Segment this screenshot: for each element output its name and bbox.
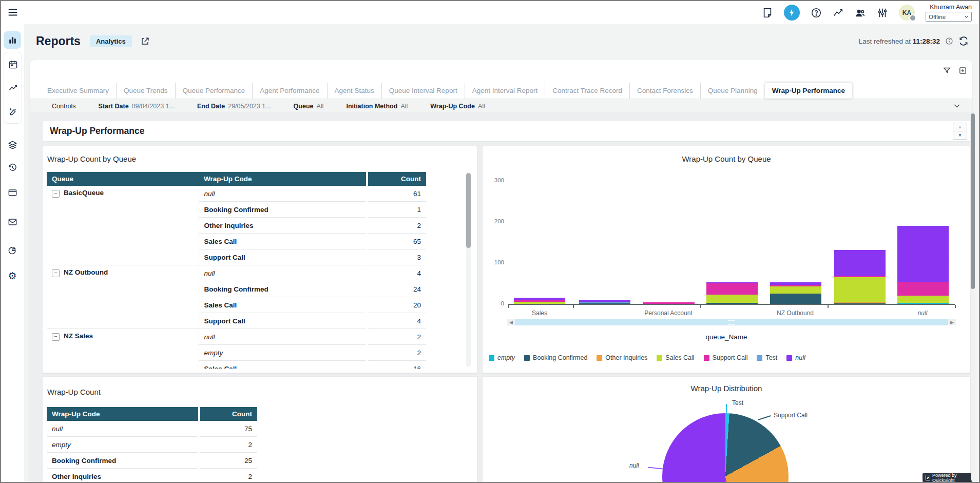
legend-item[interactable]: Test [757,354,777,361]
notepad-icon[interactable] [762,7,773,18]
table-row[interactable]: Booking Confirmed25 [47,453,257,469]
count-cell[interactable]: 4 [367,313,426,329]
collapse-icon[interactable]: − [52,333,60,341]
count-cell[interactable]: 65 [367,234,426,249]
table-row[interactable]: −NZ Outboundnull4 [47,265,426,281]
bar[interactable] [643,302,695,304]
wrapup-code-cell[interactable]: empty [199,345,367,361]
control-filter[interactable]: End Date 29/05/2023 1... [197,103,271,110]
bar-segment[interactable] [897,282,949,296]
wrapup-code-cell[interactable]: null [47,421,199,437]
count-cell[interactable]: 25 [199,453,257,469]
legend-item[interactable]: Other Inquiries [597,354,647,361]
legend-item[interactable]: Sales Call [657,354,694,361]
sidebar-item-email[interactable] [4,213,21,230]
table-row[interactable]: −BasicQueuenull61 [47,186,426,202]
table-row[interactable]: Other Inquiries2 [47,469,257,483]
count-cell[interactable]: 1 [367,202,426,218]
filter-icon[interactable] [943,66,951,75]
wrapup-code-cell[interactable]: Sales Call [199,234,367,249]
sidebar-item-schedule[interactable] [4,55,22,73]
bar[interactable] [706,282,758,304]
pie[interactable] [662,413,789,483]
export-icon[interactable] [958,66,967,75]
wrapup-code-cell[interactable]: null [199,329,367,345]
wrapup-code-cell[interactable]: Sales Call [199,361,367,369]
count-cell[interactable]: 2 [199,437,257,453]
table-scrollbar[interactable] [466,173,471,367]
bar-segment[interactable] [897,296,949,303]
boost-icon[interactable] [784,5,800,21]
bar-segment[interactable] [706,295,758,303]
wrapup-code-cell[interactable]: null [199,186,367,202]
wrapup-code-cell[interactable]: Support Call [199,313,367,329]
scroll-down-icon[interactable]: ▼ [953,131,967,139]
help-icon[interactable] [811,7,822,18]
legend-item[interactable]: null [786,354,805,361]
agent-status-select[interactable]: Offline [926,12,972,22]
wrapup-code-cell[interactable]: Booking Confirmed [47,453,199,469]
sidebar-item-settings[interactable]: ⚙ [4,267,21,284]
report-tab[interactable]: Agent Performance [252,83,326,99]
collapse-icon[interactable]: − [52,269,60,277]
count-cell[interactable]: 2 [199,469,257,483]
report-tab[interactable]: Queue Performance [175,83,253,99]
report-tab[interactable]: Queue Interval Report [381,83,465,99]
menu-icon[interactable] [7,7,18,18]
wrapup-code-cell[interactable]: Booking Confirmed [199,202,367,218]
bar-segment[interactable] [706,283,758,295]
count-cell[interactable]: 2 [367,329,426,345]
bar[interactable] [579,300,630,304]
wrapup-code-cell[interactable]: empty [47,437,199,453]
column-header-queue[interactable]: Queue [47,172,199,186]
info-icon[interactable] [945,37,953,45]
bar[interactable] [834,250,886,304]
wrapup-code-cell[interactable]: Booking Confirmed [199,281,367,297]
table-row[interactable]: empty2 [47,437,257,453]
scroll-right-icon[interactable]: ▶ [948,319,956,325]
wrapup-code-cell[interactable]: Sales Call [199,297,367,313]
legend-item[interactable]: empty [489,354,515,361]
sidebar-item-trends[interactable] [4,79,22,96]
scrollbar-track[interactable] [515,319,948,325]
bar-segment[interactable] [834,303,886,304]
count-cell[interactable]: 16 [367,361,426,369]
page-scrollbar-thumb[interactable] [971,113,975,289]
column-header-count[interactable]: Count [367,172,426,186]
count-cell[interactable]: 2 [367,218,426,234]
bar[interactable] [770,282,821,304]
table-row[interactable]: −NZ Salesnull2 [47,329,426,345]
scroll-up-icon[interactable]: ▲ [953,123,967,131]
legend-item[interactable]: Booking Confirmed [524,354,587,361]
external-link-icon[interactable] [140,36,150,46]
sidebar-item-annotate[interactable] [4,103,22,120]
bar-segment[interactable] [706,303,758,304]
wrapup-code-cell[interactable]: null [199,265,367,281]
count-cell[interactable]: 4 [367,265,426,281]
count-cell[interactable]: 75 [199,421,257,437]
bar-segment[interactable] [514,302,565,304]
queue-cell[interactable]: −BasicQueue [47,186,199,265]
report-tab[interactable]: Wrap-Up Performance [765,83,852,99]
column-header-count[interactable]: Count [199,407,257,421]
count-cell[interactable]: 2 [367,345,426,361]
report-tab[interactable]: Queue Planning [700,83,765,99]
directory-icon[interactable] [855,7,866,18]
avatar[interactable]: KA [899,5,915,21]
table-row[interactable]: null75 [47,421,257,437]
bar-segment[interactable] [897,303,949,304]
bar-segment[interactable] [770,286,821,294]
count-cell[interactable]: 3 [367,249,426,265]
bar-segment[interactable] [897,226,949,282]
sidebar-item-layers[interactable] [4,136,21,153]
collapse-controls-icon[interactable] [953,102,961,110]
legend-item[interactable]: Support Call [704,354,748,361]
bar-segment[interactable] [834,277,886,302]
column-header-wrapup-code[interactable]: Wrap-Up Code [199,172,367,186]
page-scrollbar[interactable] [971,112,975,481]
control-filter[interactable]: Wrap-Up Code All [430,103,485,110]
bar-segment[interactable] [643,302,695,304]
report-tab[interactable]: Agent Status [327,83,381,99]
count-cell[interactable]: 24 [367,281,426,297]
sidebar-item-distribution[interactable] [4,241,21,259]
